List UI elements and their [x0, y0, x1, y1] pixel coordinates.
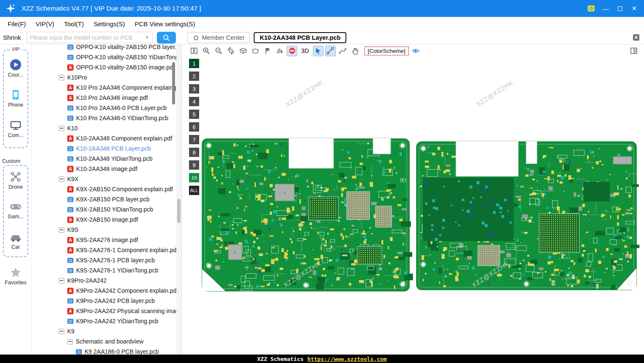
flip-horizontal-icon[interactable] [274, 46, 285, 56]
collapse-toggle-icon[interactable] [67, 339, 73, 344]
tree-scrollbar-thumb[interactable] [177, 199, 181, 223]
model-search-box[interactable]: ▼ [26, 32, 153, 43]
layer-button-1[interactable]: 1 [189, 59, 199, 68]
tree-folder[interactable]: K9S [32, 225, 181, 235]
tree-file[interactable]: K9X-2AB150 PCB layer.pcb [32, 194, 181, 204]
layer-button-4[interactable]: 4 [189, 97, 199, 106]
pages-layout-icon[interactable] [189, 46, 199, 56]
pcb-canvas-area[interactable]: 12345678910ALL 11XZZ@XZZHKXZZ@XZZHKXZZ@X… [182, 57, 644, 355]
tree-file[interactable]: K10-2AA348 PCB Layer.pcb [32, 143, 181, 154]
chevron-down-icon[interactable]: ▼ [145, 35, 149, 40]
layer-button-3[interactable]: 3 [189, 84, 199, 94]
tree-scrollbar[interactable] [176, 44, 181, 355]
open-box-icon[interactable] [250, 46, 260, 56]
rail-item-car[interactable]: Car [0, 231, 31, 250]
tree-file[interactable]: OPPO-K10 vitality-2AB150 PCB layer.pcb [32, 44, 181, 52]
layer-button-6[interactable]: 6 [189, 122, 199, 132]
tree-file[interactable]: K9 2AA186-0 PCB layer.pcb [32, 346, 181, 355]
rail-item-course[interactable]: Cour... [0, 58, 31, 78]
search-button[interactable] [157, 32, 176, 44]
threed-button[interactable]: 3D [299, 47, 311, 54]
tree-folder[interactable]: K9Pro-2AA242 [32, 275, 181, 286]
menu-item-file[interactable]: File(F) [8, 20, 26, 28]
curve-icon[interactable] [337, 46, 348, 56]
pcb-board-view[interactable]: 11XZZ@XZZHKXZZ@XZZHKXZZ@XZZHKXZZ@XZZHK [182, 57, 644, 355]
collapse-toggle-icon[interactable] [59, 329, 64, 334]
tree-file[interactable]: AK10-2AA348 Component explain.pdf [32, 133, 181, 143]
layer-button-8[interactable]: 8 [189, 148, 199, 157]
search-input[interactable] [30, 34, 143, 41]
tree-file[interactable]: AK9S-2AA276-1 Component explain.pdf [32, 245, 181, 255]
close-file-icon[interactable] [633, 34, 640, 41]
collapse-toggle-icon[interactable] [59, 278, 64, 283]
collapse-toggle-icon[interactable] [59, 227, 64, 233]
zoom-in-icon[interactable] [201, 46, 211, 56]
layer-button-all[interactable]: ALL [189, 186, 199, 195]
layer-button-5[interactable]: 5 [189, 110, 199, 119]
color-filter-icon[interactable] [287, 46, 297, 56]
website-link[interactable]: https://www.xzztools.com [307, 356, 387, 362]
tree-file[interactable]: K9Pro-2AA242 PCB layer.pcb [32, 296, 181, 306]
shrink-button[interactable]: Shrink [3, 34, 21, 41]
layer-button-2[interactable]: 2 [189, 72, 199, 81]
collapse-toggle-icon[interactable] [59, 176, 64, 182]
tree-folder[interactable]: K10 [32, 123, 181, 133]
menu-item-settings[interactable]: Settings(S) [93, 20, 125, 28]
colorscheme-button[interactable]: [ColorScheme] [364, 47, 409, 55]
tree-file[interactable]: AK9Pro-2AA242 Component explain.pdf [32, 286, 181, 296]
tree-file[interactable]: K9X-2AB150 YiDianTong.pcb [32, 204, 181, 214]
layer-panel-icon[interactable] [628, 46, 639, 56]
lock-icon[interactable] [584, 2, 598, 15]
measure-line-icon[interactable] [325, 46, 336, 56]
tree-file[interactable]: AK9Pro-2AA242 Physical scanning image.pd… [32, 306, 181, 316]
tree-file[interactable]: K9Pro-2AA242 YiDianTong.pcb [32, 316, 181, 326]
rail-item-phone[interactable]: Phone [0, 88, 31, 108]
tree-folder[interactable]: K10Pro [32, 72, 181, 82]
flag-icon[interactable] [262, 46, 273, 56]
maximize-button[interactable] [613, 2, 627, 15]
menu-item-vip[interactable]: VIP(V) [36, 20, 54, 28]
layer-button-7[interactable]: 7 [189, 135, 199, 144]
pan-hand-icon[interactable] [350, 46, 360, 56]
rail-item-drone[interactable]: Drone [0, 170, 31, 190]
member-center-tab[interactable]: Member Center [187, 32, 250, 43]
collapse-toggle-icon[interactable] [59, 75, 64, 80]
tree-file[interactable]: K9S-2AA276-1 YiDianTong.pcb [32, 265, 181, 275]
tab-active-pcb[interactable]: K10-2AA348 PCB Layer.pcb [254, 32, 346, 43]
rail-item-game[interactable]: Gam... [0, 200, 31, 220]
rail-item-computer[interactable]: Com... [0, 119, 31, 138]
visibility-eye-icon[interactable] [411, 46, 421, 56]
pcb-file-icon [67, 54, 74, 60]
tree-file[interactable]: AOPPO-K10 vitality-2AB150 image.pdf [32, 62, 181, 72]
collapse-toggle-icon[interactable] [59, 126, 64, 131]
tree-folder[interactable]: K9X [32, 174, 181, 184]
tree-item-label: K9Pro-2AA242 PCB layer.pcb [76, 297, 155, 304]
inner-scrollbar-thumb[interactable] [172, 62, 175, 104]
minimize-button[interactable]: — [598, 2, 613, 15]
tree-file[interactable]: AK10-2AA348 image.pdf [32, 164, 181, 174]
tree-file[interactable]: AK9X-2AB150 image.pdf [32, 214, 181, 225]
tree-file[interactable]: K10-2AA348 YiDianTong.pcb [32, 154, 181, 164]
tree-file[interactable]: AK9X-2AB150 Component explain.pdf [32, 184, 181, 194]
tree-file[interactable]: K9S-2AA276-1 PCB layer.pcb [32, 255, 181, 265]
tree-item-label: K9X-2AB150 PCB layer.pcb [76, 196, 150, 203]
tree-file[interactable]: K10 Pro 2AA346-0 PCB Layer.pcb [32, 103, 181, 113]
close-button[interactable]: ✕ [627, 2, 641, 15]
tree-file[interactable]: AK10 Pro 2AA346 image.pdf [32, 93, 181, 103]
zoom-out-icon[interactable] [213, 46, 224, 56]
tree-file[interactable]: OPPO-K10 vitality-2AB150 YiDianTong.pcb [32, 52, 181, 62]
export-box-icon[interactable] [238, 46, 248, 56]
tree-file[interactable]: K10 Pro 2AA346-0 YiDianTong.pcb [32, 113, 181, 123]
select-arrow-icon[interactable] [313, 46, 323, 56]
menu-item-tool[interactable]: Tool(T) [64, 20, 84, 28]
refresh-icon[interactable] [225, 46, 236, 56]
tree-file[interactable]: AK9S-2AA276 image.pdf [32, 235, 181, 245]
layer-button-9[interactable]: 9 [189, 160, 199, 170]
tree-folder[interactable]: Schematic and boardview [32, 336, 181, 346]
rail-item-favorites[interactable]: Favorites [0, 266, 31, 286]
tree-file[interactable]: AK10 Pro 2AA346 Component explain.pdf [32, 82, 181, 93]
svg-text:XZZ@XZZHK: XZZ@XZZHK [284, 79, 324, 108]
tree-folder[interactable]: K9 [32, 326, 181, 336]
layer-button-10[interactable]: 10 [189, 173, 199, 182]
menu-item-pcb-view-settings[interactable]: PCB View settings(S) [134, 20, 195, 28]
